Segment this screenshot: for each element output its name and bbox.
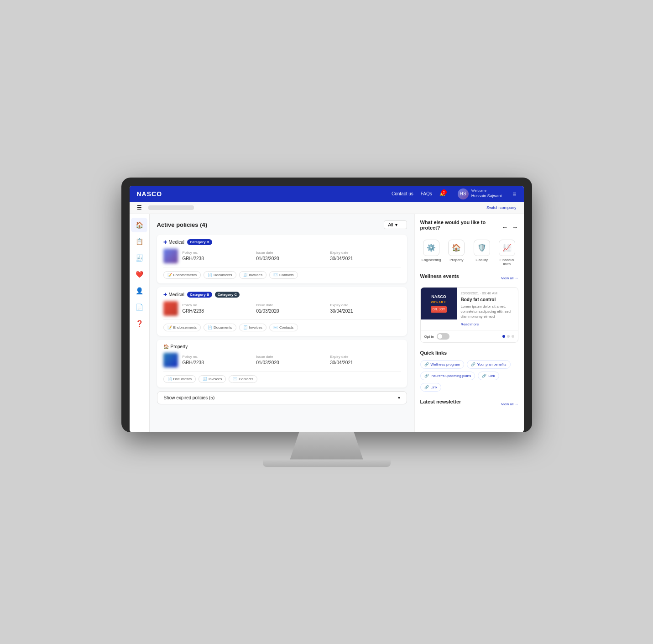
- wellness-event-title: Body fat control: [461, 297, 514, 302]
- badge-category-c-2: Category C: [215, 292, 240, 298]
- quick-link-wellness-program[interactable]: 🔗 Wellness program: [420, 360, 464, 369]
- welcome-label: Welcome: [471, 188, 502, 193]
- dot-3: [512, 335, 514, 338]
- issue-date-label-2: Issue date: [256, 303, 327, 307]
- policies-title: Active policies (4): [157, 221, 208, 228]
- sidebar-item-reports[interactable]: 📄: [131, 300, 147, 314]
- policy-type-1: Medical: [169, 240, 184, 245]
- endorsements-btn-2[interactable]: 📝 Endorsements: [163, 324, 201, 331]
- opt-in-label: Opt in: [424, 335, 434, 339]
- policies-header: Active policies (4) All ▾: [157, 220, 407, 229]
- wellness-header: Wellness events View all →: [420, 273, 518, 283]
- policy-card-2: ✚ Medical Category B Category C: [157, 287, 407, 336]
- nav-links: Contact us FAQs 🔔 2 HS Welcome Hussain S…: [392, 188, 517, 199]
- documents-btn-1[interactable]: 📄 Documents: [204, 271, 236, 279]
- faqs-link[interactable]: FAQs: [421, 191, 432, 196]
- sidebar-toggle-icon[interactable]: ☰: [137, 204, 142, 211]
- issue-date-label-1: Issue date: [256, 251, 327, 255]
- documents-icon-2: 📄: [208, 325, 212, 330]
- badge-category-b-2: Category B: [187, 292, 212, 298]
- invoices-icon-2: 🧾: [243, 325, 248, 330]
- financial-icon: 📈: [499, 240, 515, 256]
- policy-type-2: Medical: [169, 292, 184, 297]
- user-info: HS Welcome Hussain Sajwani: [458, 188, 502, 199]
- show-expired-button[interactable]: Show expired policies (5) ▾: [157, 391, 407, 404]
- quick-link-plan-benefits[interactable]: 🔗 Your plan benefits: [467, 360, 511, 369]
- dot-1: [502, 335, 505, 338]
- endorsements-icon-1: 📝: [167, 273, 172, 277]
- newsletter-view-all[interactable]: View all →: [501, 402, 518, 406]
- expiry-date-label-2: Expiry date: [330, 303, 401, 307]
- sidebar-item-health[interactable]: ❤️: [131, 267, 147, 282]
- contacts-btn-1[interactable]: ✉️ Contacts: [269, 271, 298, 279]
- medical-icon-1: ✚: [163, 240, 167, 245]
- protect-next-arrow[interactable]: →: [512, 224, 518, 231]
- policy-logo-1: [163, 249, 178, 263]
- arrow-right-icon: →: [515, 276, 518, 280]
- monitor-stand: [281, 432, 372, 460]
- wellness-event-date: 20/03/2021 · 09:40 AM: [461, 291, 514, 295]
- property-icon-3: 🏠: [163, 344, 169, 349]
- notification-badge: 2: [441, 189, 447, 195]
- contacts-btn-3[interactable]: ✉️ Contacts: [229, 375, 257, 383]
- policy-no-label-3: Policy no.: [183, 355, 253, 359]
- protect-item-liability[interactable]: 🛡️ Liability: [470, 240, 493, 266]
- wellness-title: Wellness events: [420, 273, 459, 279]
- quick-link-label-3: Insurer's upcoming plans: [431, 374, 471, 378]
- quick-link-link-1[interactable]: 🔗 Link: [478, 372, 499, 380]
- link-icon-4: 🔗: [482, 374, 486, 378]
- user-avatar: HS: [458, 188, 469, 199]
- invoices-icon-1: 🧾: [243, 273, 248, 277]
- chevron-down-icon-expired: ▾: [398, 395, 400, 400]
- quick-link-link-2[interactable]: 🔗 Link: [420, 383, 442, 392]
- protect-item-engineering[interactable]: ⚙️ Engineering: [420, 240, 443, 266]
- opt-in-toggle[interactable]: [437, 333, 449, 340]
- protect-item-financial[interactable]: 📈 Financial lines: [496, 240, 518, 266]
- issue-date-1: 01/03/2020: [256, 256, 279, 261]
- filter-dropdown[interactable]: All ▾: [384, 220, 407, 229]
- contacts-btn-2[interactable]: ✉️ Contacts: [269, 324, 298, 331]
- dot-2: [507, 335, 510, 338]
- quick-link-insurer-plans[interactable]: 🔗 Insurer's upcoming plans: [420, 372, 475, 380]
- right-panel: What else would you like to protect? ← →…: [414, 214, 524, 432]
- sidebar-item-help[interactable]: ❓: [131, 316, 147, 331]
- documents-btn-2[interactable]: 📄 Documents: [204, 324, 236, 331]
- protect-grid: ⚙️ Engineering 🏠 Property 🛡️: [420, 240, 518, 266]
- invoices-btn-2[interactable]: 🧾 Invoices: [239, 324, 266, 331]
- sidebar-item-claims[interactable]: 📋: [131, 234, 147, 249]
- wellness-event-desc: Lorem ipsum dolor sit amet, consetetur s…: [461, 304, 514, 319]
- wellness-card-image: NASCO 20% OFF DR. JOY: [421, 288, 457, 319]
- invoices-btn-3[interactable]: 🧾 Invoices: [199, 375, 226, 383]
- sidebar-item-invoices[interactable]: 🧾: [131, 251, 147, 265]
- invoices-icon-3: 🧾: [203, 377, 207, 381]
- protect-item-property[interactable]: 🏠 Property: [445, 240, 468, 266]
- top-navigation: NASCO Contact us FAQs 🔔 2 HS Welcome: [130, 186, 524, 202]
- chevron-down-icon: ▾: [395, 222, 397, 227]
- endorsements-icon-2: 📝: [167, 325, 172, 330]
- protect-section: What else would you like to protect? ← →…: [420, 220, 518, 266]
- protect-header: What else would you like to protect? ← →: [420, 220, 518, 235]
- contact-us-link[interactable]: Contact us: [392, 191, 413, 196]
- endorsements-btn-1[interactable]: 📝 Endorsements: [163, 271, 201, 279]
- protect-prev-arrow[interactable]: ←: [502, 224, 508, 231]
- financial-label: Financial lines: [496, 258, 518, 266]
- wellness-section: Wellness events View all →: [420, 273, 518, 343]
- property-protect-icon: 🏠: [448, 240, 465, 256]
- wellness-view-all[interactable]: View all →: [501, 276, 518, 280]
- filter-label: All: [388, 222, 393, 227]
- menu-icon[interactable]: ≡: [512, 190, 516, 198]
- sidebar-item-users[interactable]: 👤: [131, 283, 147, 298]
- notification-bell[interactable]: 🔔 2: [439, 191, 445, 196]
- quick-link-label-1: Wellness program: [431, 362, 460, 367]
- wellness-read-more[interactable]: Read more: [461, 322, 479, 326]
- documents-btn-3[interactable]: 📄 Documents: [163, 375, 196, 383]
- policy-meta-2: Policy no. GRH/2238 Issue date 01/03/202…: [183, 303, 401, 314]
- switch-company-link[interactable]: Switch company: [486, 205, 517, 210]
- invoices-btn-1[interactable]: 🧾 Invoices: [239, 271, 266, 279]
- sidebar-item-home[interactable]: 🏠: [131, 218, 147, 232]
- health-icon: ❤️: [136, 271, 143, 278]
- expiry-date-3: 30/04/2021: [330, 360, 353, 365]
- policy-type-3: Property: [171, 344, 188, 349]
- show-expired-label: Show expired policies (5): [164, 395, 215, 400]
- help-icon: ❓: [136, 320, 143, 327]
